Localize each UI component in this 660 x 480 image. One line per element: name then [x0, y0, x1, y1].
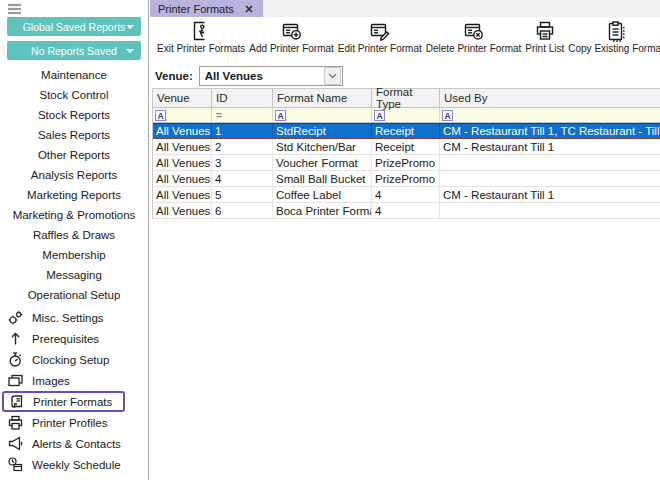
sidebar-item-images[interactable]: Images [0, 370, 148, 391]
cell-id: 1 [212, 124, 273, 139]
text-filter-icon: A [155, 110, 166, 121]
chevron-down-icon[interactable] [324, 67, 341, 85]
sidebar-item-marketing-reports[interactable]: Marketing Reports [0, 185, 148, 205]
sidebar-item-prerequisites[interactable]: Prerequisites [0, 328, 148, 349]
cell-format-type: PrizePromo [372, 171, 440, 187]
sidebar-item-analysis-reports[interactable]: Analysis Reports [0, 165, 148, 185]
table-row[interactable]: All Venues 2 Std Kitchen/Bar Receipt CM … [153, 139, 660, 155]
filter-cell-id[interactable]: = [212, 108, 273, 123]
venue-dropdown[interactable]: All Venues [199, 66, 343, 86]
sidebar-item-label: Misc. Settings [32, 312, 104, 324]
cell-format-type: 4 [372, 203, 440, 219]
cell-format-name: Coffee Label [273, 187, 372, 203]
copy-existing-format-button[interactable]: Copy Existing Format [566, 20, 660, 54]
cell-format-type: Receipt [372, 124, 440, 139]
global-saved-reports-button[interactable]: Global Saved Reports [7, 17, 141, 36]
sidebar-item-stock-reports[interactable]: Stock Reports [0, 105, 148, 125]
toolbar-button-label: Delete Printer Format [426, 43, 522, 54]
cell-used-by: CM - Restaurant Till 1 [440, 139, 660, 155]
cell-format-type: PrizePromo [372, 155, 440, 171]
sidebar-item-raffles-draws[interactable]: Raffles & Draws [0, 225, 148, 245]
sidebar-item-label: Images [32, 375, 70, 387]
cell-venue: All Venues [153, 139, 212, 155]
toolbar-button-label: Edit Printer Format [338, 43, 422, 54]
venue-label: Venue: [155, 70, 193, 82]
cell-venue: All Venues [153, 124, 212, 139]
selected-item-highlight: Printer Formats [2, 391, 125, 412]
cell-venue: All Venues [153, 187, 212, 203]
sidebar-item-messaging[interactable]: Messaging [0, 265, 148, 285]
sidebar-item-alerts-contacts[interactable]: Alerts & Contacts [0, 433, 148, 454]
column-header-format-name[interactable]: Format Name [273, 89, 372, 108]
print-list-button[interactable]: Print List [523, 20, 566, 54]
no-reports-saved-button[interactable]: No Reports Saved [7, 41, 141, 60]
up-arrow-icon [7, 330, 24, 347]
cell-id: 4 [212, 171, 273, 187]
grid-filter-row: A = A A A [153, 108, 660, 123]
toolbar: Exit Printer Formats Add Printer Format [150, 17, 660, 63]
cell-id: 5 [212, 187, 273, 203]
filter-cell-format-type[interactable]: A [372, 108, 440, 123]
text-filter-icon: A [374, 110, 385, 121]
column-header-used-by[interactable]: Used By [440, 89, 660, 108]
cell-used-by: CM - Restaurant Till 1 [440, 187, 660, 203]
sidebar-item-label: Prerequisites [32, 333, 99, 345]
sidebar-item-clocking-setup[interactable]: Clocking Setup [0, 349, 148, 370]
cell-venue: All Venues [153, 155, 212, 171]
table-row[interactable]: All Venues 1 StdRecipt Receipt CM - Rest… [153, 123, 660, 139]
sidebar-item-maintenance[interactable]: Maintenance [0, 65, 148, 85]
cell-format-name: StdRecipt [273, 124, 372, 139]
grid-header-row: Venue ID Format Name Format Type Used By [153, 89, 660, 108]
sidebar-item-operational-setup[interactable]: Operational Setup [0, 285, 148, 305]
filter-cell-format-name[interactable]: A [273, 108, 372, 123]
sidebar-item-sales-reports[interactable]: Sales Reports [0, 125, 148, 145]
main-area: Printer Formats Exit Printer Formats [150, 0, 660, 480]
add-printer-format-button[interactable]: Add Printer Format [247, 20, 335, 54]
schedule-icon [7, 456, 24, 473]
exit-printer-formats-button[interactable]: Exit Printer Formats [155, 20, 247, 54]
column-header-format-type[interactable]: Format Type [372, 89, 440, 108]
sidebar-item-marketing-promotions[interactable]: Marketing & Promotions [0, 205, 148, 225]
cell-used-by [440, 171, 660, 187]
sidebar-item-stock-control[interactable]: Stock Control [0, 85, 148, 105]
table-row[interactable]: All Venues 5 Coffee Label 4 CM - Restaur… [153, 187, 660, 203]
sidebar-item-label: Clocking Setup [32, 354, 109, 366]
chevron-down-icon [126, 25, 134, 29]
sidebar-item-misc-settings[interactable]: Misc. Settings [0, 307, 148, 328]
sidebar-item-label: Alerts & Contacts [32, 438, 121, 450]
toolbar-button-label: Exit Printer Formats [157, 43, 245, 54]
sidebar-item-weekly-schedule[interactable]: Weekly Schedule [0, 454, 148, 475]
printer-formats-grid: Venue ID Format Name Format Type Used By… [152, 88, 660, 219]
sidebar-item-printer-profiles[interactable]: Printer Profiles [0, 412, 148, 433]
global-saved-reports-label: Global Saved Reports [23, 21, 126, 33]
exit-icon [190, 20, 212, 42]
table-row[interactable]: All Venues 6 Boca Printer Format 4 [153, 203, 660, 219]
toolbar-button-label: Print List [525, 43, 564, 54]
venue-dropdown-value: All Venues [200, 70, 324, 82]
column-header-venue[interactable]: Venue [153, 89, 212, 108]
gears-icon [7, 309, 24, 326]
cell-id: 6 [212, 203, 273, 219]
venue-filter-row: Venue: All Venues [150, 63, 660, 88]
printer-format-icon [8, 393, 25, 410]
print-icon [534, 20, 556, 42]
sidebar-item-label: Printer Formats [33, 396, 112, 408]
cell-used-by [440, 203, 660, 219]
column-header-id[interactable]: ID [212, 89, 273, 108]
hamburger-icon[interactable] [7, 3, 22, 15]
sidebar-item-other-reports[interactable]: Other Reports [0, 145, 148, 165]
equals-filter-icon: = [214, 110, 222, 121]
edit-printer-format-button[interactable]: Edit Printer Format [336, 20, 424, 54]
close-icon[interactable] [245, 5, 253, 13]
table-row[interactable]: All Venues 3 Voucher Format PrizePromo [153, 155, 660, 171]
sidebar: Global Saved Reports No Reports Saved Ma… [0, 0, 149, 480]
filter-cell-used-by[interactable]: A [440, 108, 660, 123]
filter-cell-venue[interactable]: A [153, 108, 212, 123]
sidebar-item-label: Printer Profiles [32, 417, 107, 429]
delete-printer-format-button[interactable]: Delete Printer Format [424, 20, 524, 54]
sidebar-item-membership[interactable]: Membership [0, 245, 148, 265]
tab-printer-formats[interactable]: Printer Formats [150, 0, 263, 17]
table-row[interactable]: All Venues 4 Small Ball Bucket PrizeProm… [153, 171, 660, 187]
tab-bar: Printer Formats [150, 0, 660, 17]
sidebar-item-printer-formats[interactable]: Printer Formats [0, 391, 148, 412]
